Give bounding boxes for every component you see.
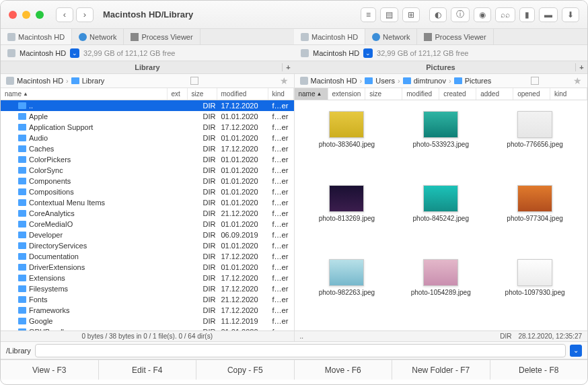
crumb-macintosh hd[interactable]: Macintosh HD — [311, 77, 357, 85]
crumb-library[interactable]: Library — [82, 77, 105, 85]
file-row[interactable]: DocumentationDIR17.12.2020f…er — [1, 251, 294, 262]
file-row[interactable]: CachesDIR17.12.2020f…er — [1, 143, 294, 154]
column-opened[interactable]: opened — [513, 88, 550, 100]
file-row[interactable]: DeveloperDIR06.09.2019f…er — [1, 230, 294, 240]
picture-thumb[interactable]: photo-845242.jpeg — [396, 185, 485, 246]
view-grid-icon[interactable]: ⊞ — [402, 7, 420, 22]
drive-dropdown-left[interactable]: ⌄ — [70, 48, 79, 58]
path-dropdown-button[interactable]: ⌄ — [570, 345, 582, 357]
action-edit[interactable]: Edit - F4 — [99, 360, 197, 380]
column-kind[interactable]: kind — [550, 88, 587, 100]
path-input[interactable] — [35, 344, 566, 357]
file-row[interactable]: ComponentsDIR01.01.2020f…er — [1, 176, 294, 186]
crumb-users[interactable]: Users — [375, 77, 395, 85]
file-row[interactable]: FrameworksDIR17.12.2020f…er — [1, 305, 294, 316]
tab-network[interactable]: Network — [72, 29, 124, 44]
column-modified[interactable]: modified — [402, 88, 439, 100]
column-created[interactable]: created — [439, 88, 476, 100]
pane-title-right: Pictures — [426, 63, 455, 71]
crumb-pictures[interactable]: Pictures — [465, 77, 492, 85]
file-row[interactable]: DriverExtensionsDIR01.01.2020f…er — [1, 262, 294, 273]
zoom-window-button[interactable] — [36, 11, 44, 19]
action-copy[interactable]: Copy - F5 — [196, 360, 295, 380]
info-icon[interactable]: ⓘ — [451, 7, 470, 22]
file-row[interactable]: CoreMediaIODIR01.01.2020f…er — [1, 219, 294, 230]
file-row[interactable]: FilesystemsDIR17.12.2020f…er — [1, 283, 294, 294]
action-new[interactable]: New Folder - F7 — [392, 360, 490, 380]
file-row[interactable]: CompositionsDIR01.01.2020f…er — [1, 186, 294, 197]
picture-grid[interactable]: photo-383640.jpegphoto-533923.jpegphoto-… — [295, 100, 588, 330]
file-row[interactable]: CoreAnalyticsDIR21.12.2020f…er — [1, 208, 294, 219]
action-view[interactable]: View - F3 — [1, 360, 99, 380]
file-row[interactable]: ..DIR17.12.2020f…er — [1, 100, 294, 111]
tab-label: Network — [89, 33, 116, 41]
file-kind: f…er — [270, 155, 294, 164]
tab-process-viewer[interactable]: Process Viewer — [417, 29, 493, 44]
column-size[interactable]: size — [188, 88, 217, 100]
picture-thumb[interactable]: photo-776656.jpeg — [490, 111, 579, 172]
disk-icon[interactable]: ▬ — [539, 7, 558, 22]
archive-icon[interactable]: ▮ — [519, 7, 535, 22]
file-modified: 11.12.2019 — [219, 317, 270, 325]
picture-thumb[interactable]: photo-977304.jpeg — [490, 185, 579, 246]
column-name[interactable]: name▲ — [295, 88, 328, 100]
picture-thumb[interactable]: photo-1054289.jpeg — [396, 259, 485, 320]
favorite-star-icon[interactable]: ★ — [280, 75, 289, 86]
picture-thumb[interactable]: photo-813269.jpeg — [303, 185, 392, 246]
minimize-window-button[interactable] — [22, 11, 30, 19]
file-row[interactable]: FontsDIR21.12.2020f…er — [1, 294, 294, 305]
binoculars-icon[interactable]: ⌕⌕ — [495, 7, 515, 22]
tab-macintosh-hd[interactable]: Macintosh HD — [1, 29, 72, 44]
file-row[interactable]: DirectoryServicesDIR01.01.2020f…er — [1, 240, 294, 251]
tab-network[interactable]: Network — [365, 29, 417, 44]
file-name: DriverExtensions — [29, 263, 85, 271]
file-row[interactable]: ColorSyncDIR01.01.2020f…er — [1, 165, 294, 176]
file-row[interactable]: Contextual Menu ItemsDIR01.01.2020f…er — [1, 197, 294, 208]
crumb-dimtrunov[interactable]: dimtrunov — [414, 77, 446, 85]
picture-thumb[interactable]: photo-533923.jpeg — [396, 111, 485, 172]
picture-thumb[interactable]: photo-982263.jpeg — [303, 259, 392, 320]
file-row[interactable]: GPUBundlesDIR01.01.2020f…er — [1, 326, 294, 330]
view-list-icon[interactable]: ≡ — [361, 7, 376, 22]
view-columns-icon[interactable]: ▤ — [380, 7, 398, 22]
column-modified[interactable]: modified — [217, 88, 268, 100]
picture-thumb[interactable]: photo-383640.jpeg — [303, 111, 392, 172]
column-kind[interactable]: kind — [268, 88, 294, 100]
forward-button[interactable]: › — [76, 7, 94, 22]
file-modified: 17.12.2020 — [219, 285, 270, 293]
tab-process-viewer[interactable]: Process Viewer — [124, 29, 200, 44]
picture-label: photo-982263.jpeg — [319, 289, 375, 296]
file-size: DIR — [190, 295, 219, 304]
file-size: DIR — [190, 231, 219, 239]
file-row[interactable]: AudioDIR01.01.2020f…er — [1, 133, 294, 143]
toggle-button[interactable]: ◐ — [429, 7, 447, 22]
column-added[interactable]: added — [476, 88, 513, 100]
action-delete[interactable]: Delete - F8 — [490, 360, 588, 380]
picture-thumb[interactable]: photo-1097930.jpeg — [490, 259, 579, 320]
file-row[interactable]: ColorPickersDIR01.01.2020f…er — [1, 154, 294, 165]
file-kind: f…er — [270, 134, 294, 142]
file-row[interactable]: ExtensionsDIR17.12.2020f…er — [1, 273, 294, 283]
tab-macintosh-hd[interactable]: Macintosh HD — [294, 29, 365, 44]
file-kind: f…er — [270, 317, 294, 325]
add-tab-right[interactable]: + — [575, 63, 587, 71]
crumb-macintosh hd[interactable]: Macintosh HD — [17, 77, 63, 85]
file-kind: f…er — [270, 199, 294, 207]
favorite-star-icon[interactable]: ★ — [573, 75, 582, 86]
back-button[interactable]: ‹ — [56, 7, 73, 22]
action-move[interactable]: Move - F6 — [295, 360, 393, 380]
drive-dropdown-right[interactable]: ⌄ — [363, 48, 373, 58]
add-tab-left[interactable]: + — [282, 63, 294, 71]
download-icon[interactable]: ⬇ — [562, 7, 579, 22]
column-name[interactable]: name▲ — [1, 88, 168, 100]
file-list[interactable]: ..DIR17.12.2020f…erAppleDIR01.01.2020f…e… — [1, 100, 294, 330]
file-row[interactable]: AppleDIR01.01.2020f…er — [1, 111, 294, 122]
column-size[interactable]: size — [365, 88, 402, 100]
file-row[interactable]: Application SupportDIR17.12.2020f…er — [1, 122, 294, 133]
close-window-button[interactable] — [9, 11, 17, 19]
column-extension[interactable]: extension — [328, 88, 366, 100]
file-row[interactable]: GoogleDIR11.12.2019f…er — [1, 316, 294, 326]
column-ext[interactable]: ext — [168, 88, 188, 100]
file-name: Developer — [29, 231, 63, 239]
eye-icon[interactable]: ◉ — [474, 7, 491, 22]
